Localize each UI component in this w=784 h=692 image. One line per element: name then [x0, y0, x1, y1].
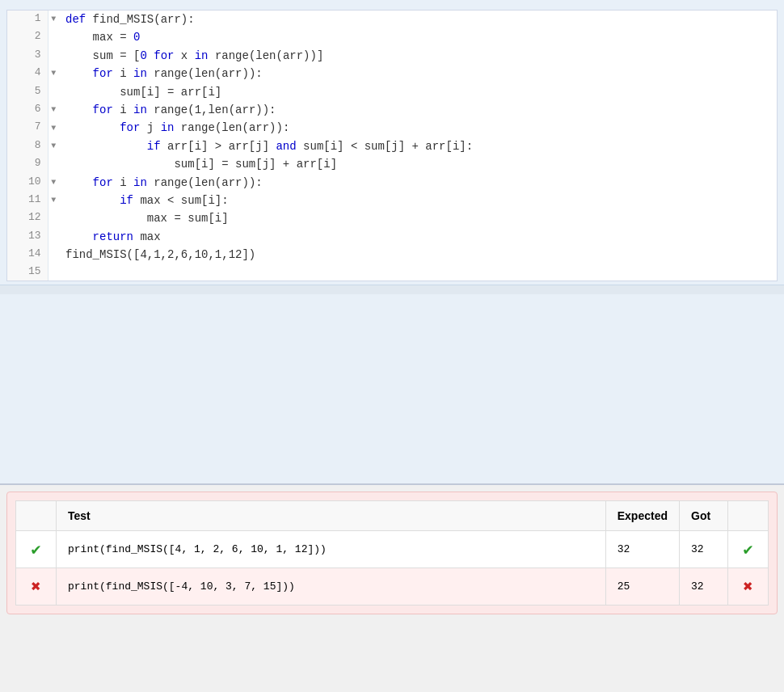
- line-number: 3: [7, 47, 48, 65]
- fold-marker: [48, 264, 59, 281]
- line-number: 11: [7, 192, 48, 209]
- code-token: in: [133, 103, 147, 116]
- fold-marker: [48, 155, 59, 173]
- fold-marker[interactable]: ▼: [48, 65, 59, 82]
- line-number: 14: [7, 246, 48, 264]
- code-token: range(len(arr)):: [147, 67, 263, 80]
- code-line: 13 return max: [7, 228, 777, 246]
- fold-marker: [48, 28, 59, 46]
- code-token: [65, 230, 93, 243]
- fold-marker[interactable]: ▼: [48, 119, 59, 137]
- code-token: def: [65, 13, 86, 26]
- code-token: find_MSIS(arr):: [86, 13, 194, 26]
- fold-marker[interactable]: ▼: [48, 11, 59, 28]
- code-line: 1▼def find_MSIS(arr):: [7, 11, 777, 28]
- check-icon: ✔: [743, 541, 752, 559]
- line-number: 7: [7, 119, 48, 137]
- col-header-test: Test: [57, 501, 606, 531]
- line-number: 10: [7, 174, 48, 192]
- test-code: print(find_MSIS([4, 1, 2, 6, 10, 1, 12])…: [57, 531, 606, 568]
- code-token: [65, 67, 93, 80]
- table-row: ✔print(find_MSIS([4, 1, 2, 6, 10, 1, 12]…: [16, 531, 769, 568]
- code-table: 1▼def find_MSIS(arr):2 max = 03 sum = [0…: [7, 11, 777, 281]
- code-token: i: [113, 176, 133, 189]
- code-line: 9 sum[i] = sum[j] + arr[i]: [7, 155, 777, 173]
- code-line: 10▼ for i in range(len(arr)):: [7, 174, 777, 192]
- code-line-content[interactable]: for i in range(1,len(arr)):: [59, 101, 777, 119]
- line-number: 2: [7, 28, 48, 46]
- code-line-content[interactable]: sum = [0 for x in range(len(arr))]: [59, 47, 777, 65]
- test-results-table: Test Expected Got ✔print(find_MSIS([4, 1…: [15, 500, 769, 606]
- test-result-icon: ✖: [728, 568, 769, 606]
- code-line-content[interactable]: for i in range(len(arr)):: [59, 174, 777, 192]
- fold-marker: [48, 246, 59, 264]
- line-number: 6: [7, 101, 48, 119]
- code-token: sum[i] = arr[i]: [65, 86, 221, 99]
- code-line: 12 max = sum[i]: [7, 209, 777, 227]
- fold-marker[interactable]: ▼: [48, 192, 59, 209]
- line-number: 15: [7, 264, 48, 281]
- code-line-content[interactable]: if arr[i] > arr[j] and sum[i] < sum[j] +…: [59, 137, 777, 155]
- code-line: 5 sum[i] = arr[i]: [7, 83, 777, 101]
- code-line-content[interactable]: for j in range(len(arr)):: [59, 119, 777, 137]
- code-token: j: [140, 121, 160, 134]
- code-token: [65, 194, 120, 207]
- code-line: 2 max = 0: [7, 28, 777, 46]
- table-header-row: Test Expected Got: [16, 501, 769, 531]
- code-line-content[interactable]: sum[i] = arr[i]: [59, 83, 777, 101]
- code-editor[interactable]: 1▼def find_MSIS(arr):2 max = 03 sum = [0…: [6, 10, 778, 281]
- col-header-got: Got: [680, 501, 728, 531]
- code-token: in: [161, 121, 175, 134]
- col-header-result: [728, 501, 769, 531]
- fold-marker: [48, 228, 59, 246]
- code-token: if: [147, 140, 161, 153]
- test-status-icon: ✔: [16, 531, 57, 568]
- code-token: max < sum[i]:: [133, 194, 229, 207]
- test-results-body: ✔print(find_MSIS([4, 1, 2, 6, 10, 1, 12]…: [16, 531, 769, 606]
- code-token: [65, 103, 93, 116]
- cross-icon: ✖: [31, 578, 40, 597]
- fold-marker[interactable]: ▼: [48, 174, 59, 192]
- code-token: x: [174, 49, 194, 62]
- code-token: for: [120, 121, 140, 134]
- code-line-content[interactable]: for i in range(len(arr)):: [59, 65, 777, 82]
- test-expected-value: 32: [605, 531, 679, 568]
- test-got-value: 32: [680, 531, 728, 568]
- code-line-content[interactable]: sum[i] = sum[j] + arr[i]: [59, 155, 777, 173]
- code-token: arr[i] > arr[j]: [161, 140, 276, 153]
- fold-marker[interactable]: ▼: [48, 137, 59, 155]
- code-line: 3 sum = [0 for x in range(len(arr))]: [7, 47, 777, 65]
- code-token: max =: [65, 31, 133, 44]
- test-code: print(find_MSIS([-4, 10, 3, 7, 15])): [57, 568, 606, 606]
- code-line: 15: [7, 264, 777, 281]
- code-line-content[interactable]: find_MSIS([4,1,2,6,10,1,12]): [59, 246, 777, 264]
- fold-marker[interactable]: ▼: [48, 101, 59, 119]
- code-line-content[interactable]: max = sum[i]: [59, 209, 777, 227]
- code-line-content[interactable]: def find_MSIS(arr):: [59, 11, 777, 28]
- code-token: max: [133, 230, 161, 243]
- code-token: 0: [140, 49, 146, 62]
- code-token: range(len(arr))]: [208, 49, 323, 62]
- code-token: range(len(arr)):: [147, 176, 263, 189]
- code-body: 1▼def find_MSIS(arr):2 max = 03 sum = [0…: [7, 11, 777, 281]
- check-icon: ✔: [31, 541, 40, 559]
- code-token: sum[i] = sum[j] + arr[i]: [65, 158, 337, 171]
- line-number: 12: [7, 209, 48, 227]
- code-line-content[interactable]: max = 0: [59, 28, 777, 46]
- code-line: 14find_MSIS([4,1,2,6,10,1,12]): [7, 246, 777, 264]
- code-line-content[interactable]: return max: [59, 228, 777, 246]
- scroll-indicator[interactable]: [0, 285, 784, 294]
- code-token: and: [276, 140, 296, 153]
- test-result-icon: ✔: [728, 531, 769, 568]
- code-line-content[interactable]: if max < sum[i]:: [59, 192, 777, 209]
- fold-marker: [48, 47, 59, 65]
- test-panel: Test Expected Got ✔print(find_MSIS([4, 1…: [6, 492, 778, 614]
- line-number: 13: [7, 228, 48, 246]
- test-expected-value: 25: [605, 568, 679, 606]
- col-header-status: [16, 501, 57, 531]
- code-token: i: [113, 103, 133, 116]
- code-token: for: [154, 49, 174, 62]
- code-line-content[interactable]: [59, 264, 777, 281]
- table-row: ✖print(find_MSIS([-4, 10, 3, 7, 15]))253…: [16, 568, 769, 606]
- code-token: for: [93, 176, 113, 189]
